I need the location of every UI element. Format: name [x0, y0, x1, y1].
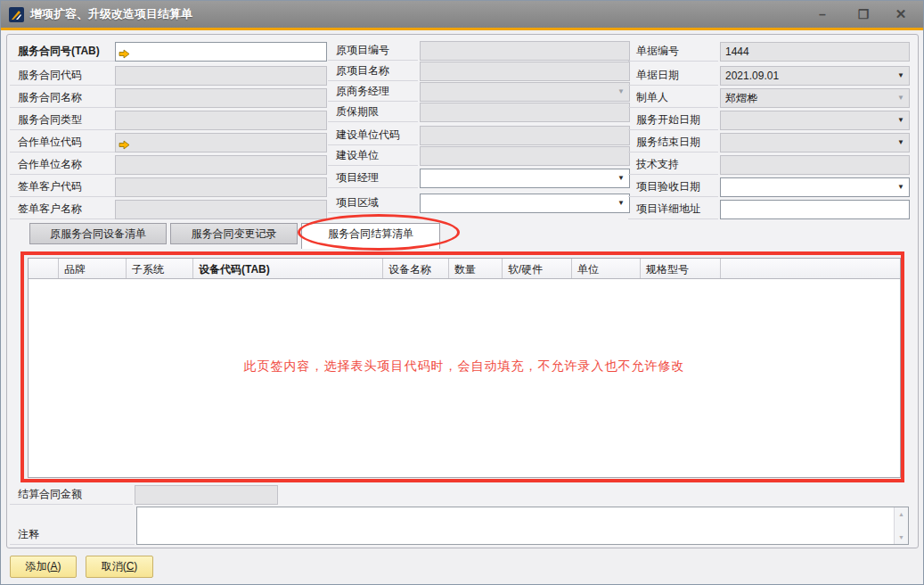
col-unit[interactable]: 单位: [572, 259, 641, 278]
project-address-field[interactable]: [720, 200, 910, 219]
col-filler: [721, 259, 900, 278]
col-quantity[interactable]: 数量: [449, 259, 503, 278]
add-button-label: 添加(: [25, 560, 50, 573]
col-row-selector: [29, 259, 59, 278]
label-settlement-amount: 结算合同金额: [10, 485, 133, 505]
close-button[interactable]: ✕: [886, 1, 916, 28]
label-project-acceptance-date: 项目验收日期: [628, 177, 718, 197]
project-acceptance-date-select[interactable]: ▼: [720, 177, 910, 197]
label-project-address: 项目详细地址: [628, 200, 718, 219]
service-contract-type-field: [115, 111, 327, 130]
service-contract-code-field: [115, 66, 327, 86]
label-partner-name: 合作单位名称: [10, 155, 115, 175]
tab-original-equipment-list[interactable]: 原服务合同设备清单: [29, 223, 167, 244]
label-original-business-manager: 原商务经理: [328, 82, 418, 102]
label-tech-support: 技术支持: [628, 155, 718, 175]
col-brand[interactable]: 品牌: [59, 259, 127, 278]
construction-unit-code-field: [420, 126, 630, 145]
label-service-contract-type: 服务合同类型: [10, 111, 115, 130]
add-button[interactable]: 添加(A): [10, 556, 77, 578]
col-equipment-name[interactable]: 设备名称: [383, 259, 449, 278]
doc-date-select[interactable]: ▼: [720, 66, 910, 86]
label-service-contract-no: 服务合同号(TAB): [10, 42, 115, 62]
service-start-date-select[interactable]: ▼: [720, 111, 910, 130]
signing-customer-name-field: [115, 200, 327, 219]
label-signing-customer-name: 签单客户名称: [10, 200, 115, 219]
minimize-button[interactable]: –: [807, 1, 838, 28]
warranty-period-field: [420, 103, 630, 122]
col-subsystem[interactable]: 子系统: [127, 259, 193, 278]
partner-code-field[interactable]: [115, 133, 327, 152]
label-construction-unit: 建设单位: [328, 146, 418, 166]
label-warranty-period: 质保期限: [328, 103, 418, 122]
service-end-date-select[interactable]: ▼: [720, 133, 910, 152]
original-project-name-field: [420, 62, 630, 81]
project-region-select[interactable]: ▼: [420, 194, 630, 213]
service-contract-name-field: [115, 88, 327, 108]
label-signing-customer-code: 签单客户代码: [10, 177, 115, 197]
doc-no-field: [720, 42, 910, 62]
col-equipment-code[interactable]: 设备代码(TAB): [193, 259, 383, 278]
scrollbar[interactable]: ▲ ▼: [894, 507, 908, 544]
remarks-textarea[interactable]: ▲ ▼: [136, 507, 909, 545]
app-window: 增项扩容、升级改造项目结算单 – ❐ ✕ 服务合同号(TAB) 服务合同代码 服…: [0, 0, 924, 585]
label-original-project-name: 原项目名称: [328, 62, 418, 81]
label-partner-code: 合作单位代码: [10, 133, 115, 152]
scroll-down-icon[interactable]: ▼: [895, 534, 908, 540]
label-service-contract-code: 服务合同代码: [10, 66, 115, 86]
label-project-manager: 项目经理: [328, 169, 418, 188]
signing-customer-code-field: [115, 177, 327, 197]
construction-unit-field: [420, 146, 630, 166]
maximize-button[interactable]: ❐: [848, 1, 879, 28]
col-spec-model[interactable]: 规格型号: [641, 259, 721, 278]
app-logo-icon: [9, 7, 24, 22]
partner-name-field: [115, 155, 327, 175]
table-header-row: 品牌 子系统 设备代码(TAB) 设备名称 数量 软/硬件 单位 规格型号: [29, 259, 900, 279]
original-business-manager-select: ▼: [420, 82, 630, 102]
add-button-mnemonic: A: [50, 560, 57, 573]
label-service-end-date: 服务结束日期: [628, 133, 718, 152]
label-original-project-no: 原项目编号: [328, 41, 418, 61]
label-doc-no: 单据编号: [628, 42, 718, 62]
tab-contract-change-log[interactable]: 服务合同变更记录: [170, 223, 298, 244]
cancel-button-label: 取消(: [102, 560, 127, 573]
link-arrow-icon[interactable]: [119, 46, 130, 62]
settlement-amount-field: [135, 485, 278, 505]
cancel-button[interactable]: 取消(C): [86, 556, 153, 578]
window-title: 增项扩容、升级改造项目结算单: [30, 1, 192, 28]
label-remarks: 注释: [10, 525, 135, 545]
original-project-no-field: [420, 41, 630, 61]
label-creator: 制单人: [628, 88, 718, 108]
service-contract-no-field[interactable]: [115, 42, 327, 62]
tab-contract-settlement-list[interactable]: 服务合同结算清单: [301, 223, 440, 249]
tech-support-field: [720, 155, 910, 175]
col-soft-hardware[interactable]: 软/硬件: [503, 259, 572, 278]
creator-select: ▼: [720, 88, 910, 108]
link-arrow-icon[interactable]: [119, 137, 130, 153]
scroll-up-icon[interactable]: ▲: [895, 511, 908, 517]
label-service-start-date: 服务开始日期: [628, 111, 718, 130]
title-bar: 增项扩容、升级改造项目结算单 – ❐ ✕: [1, 1, 923, 28]
label-project-region: 项目区域: [328, 194, 418, 213]
project-manager-select[interactable]: ▼: [420, 169, 630, 188]
accent-line: [1, 28, 923, 30]
tab-note-text: 此页签内容，选择表头项目代码时，会自动填充，不允许录入也不允许修改: [29, 358, 900, 375]
label-construction-unit-code: 建设单位代码: [328, 126, 418, 145]
label-doc-date: 单据日期: [628, 66, 718, 86]
label-service-contract-name: 服务合同名称: [10, 88, 115, 108]
settlement-table[interactable]: 品牌 子系统 设备代码(TAB) 设备名称 数量 软/硬件 单位 规格型号 此页…: [28, 258, 901, 478]
